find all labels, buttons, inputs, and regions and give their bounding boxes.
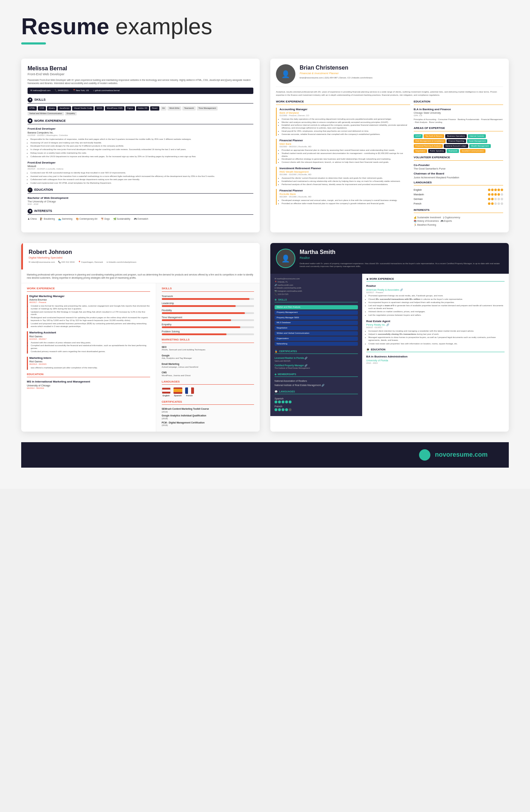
r2-volunteer-label: VOLUNTEER EXPERIENCE xyxy=(414,156,503,160)
r4-left: ✉ martha@novoresume.com 📍 Orlando, FL 🔗 … xyxy=(270,274,362,416)
resume-card-robert: Robert Johnson Digital Marketing Special… xyxy=(21,243,260,432)
r3-skill-flexibility: Flexibility xyxy=(162,309,254,314)
r1-w1-company: Banana Computers Inc. xyxy=(28,131,253,134)
r4-member-1: National Association of Realtors xyxy=(275,380,358,383)
interest-art: 🎨 Contemporary Art xyxy=(76,218,98,220)
r3-skill-problem: Problem Solving xyxy=(162,330,254,335)
r3-flag-english xyxy=(162,387,171,394)
r4-right: ◈ WORK EXPERIENCE Realtor American Realt… xyxy=(362,274,509,416)
skill-git: Git xyxy=(160,106,167,111)
skill-js: jQuery xyxy=(47,106,57,111)
r1-work-2: Front-End Developer Minisott 06/2015 - 0… xyxy=(28,161,253,185)
r3-work-1: Digital Marketing Manager Astoria Boumax… xyxy=(27,295,150,328)
r2-two-col: WORK EXPERIENCE Accounting Manager Bank … xyxy=(276,100,503,227)
r1-w2-company: Minisott xyxy=(28,165,253,168)
skill-sass: SASS xyxy=(95,106,104,111)
r4-cert-2: Certified Property Manager 🔗 The Institu… xyxy=(275,364,358,370)
r1-edu-school: The University of Chicago xyxy=(28,200,253,203)
r3-lang-english-label: English xyxy=(162,395,171,397)
r2-edu-1: B.A in Banking and Finance Chicago State… xyxy=(414,108,503,124)
r3-skills-label: SKILLS xyxy=(162,287,254,291)
skill-javascript: JavaScript xyxy=(58,106,71,111)
r1-skills-title: ✦ SKILLS xyxy=(28,97,253,103)
r4-skill-4: MLS Database xyxy=(275,321,358,325)
footer-logo: N novoresume.com xyxy=(419,449,488,461)
skill-empathy: Empathy xyxy=(65,112,77,116)
r2-lang-mandarin: Mandarin xyxy=(414,193,503,196)
r1-phone: 📞 044602021 xyxy=(55,89,69,92)
r2-title: Financial & Investment Planner xyxy=(300,72,503,75)
r4-skill-2: Property Management xyxy=(275,310,358,315)
r1-edu-date: 5/16 - 2018 xyxy=(28,203,253,206)
r4-skills-label: ⊕ SKILLS xyxy=(275,298,358,302)
r1-edu-1: Bachelor of Web Development The Universi… xyxy=(28,196,253,206)
resumes-grid: Melissa Bernal Front-End Web Developer P… xyxy=(21,59,509,431)
interest-swimming: 🏊 Swimming xyxy=(58,218,72,220)
r3-mkt-seo: SEO Ahrefs, Semrush and Link-building Te… xyxy=(162,346,254,351)
r1-skills-icon: ✦ xyxy=(28,97,33,102)
interest-bouldering: 🧗 Bouldering xyxy=(40,218,55,220)
r1-header: Melissa Bernal Front-End Web Developer P… xyxy=(28,65,253,94)
r2-photo: 👤 xyxy=(276,64,295,84)
footer-logo-text: novoresume.com xyxy=(435,451,488,458)
r1-w1-bullets: Responsible for the implementation of re… xyxy=(30,138,253,158)
r2-work-3: Investment Retirement Planner RMD Wealth… xyxy=(276,167,410,186)
resume-card-brian: 👤 Brian Christensen Financial & Investme… xyxy=(270,59,509,232)
skill-workethic: Work Ethic xyxy=(167,106,181,111)
r4-cert-label: 🏅 CERTIFICATES xyxy=(275,350,358,354)
r3-work-label: WORK EXPERIENCE xyxy=(27,287,150,291)
bullet: In charge of onboarding the new junior f… xyxy=(30,148,253,151)
r4-member-icon: ◈ xyxy=(275,373,276,376)
r4-header: 👤 Martha Smith Realtor Dedicated realtor… xyxy=(270,243,509,274)
r3-email: ✉ robert@novoresume.com xyxy=(29,261,55,264)
r3-name: Robert Johnson xyxy=(29,249,254,256)
skill-wp: WordPress CMS xyxy=(105,106,124,111)
r4-cert-icon: 🏅 xyxy=(275,350,278,353)
r2-header-info: Brian Christensen Financial & Investment… xyxy=(300,64,503,84)
bullet: Assessing UX and UI designs and making s… xyxy=(30,142,253,144)
r4-work-icon: ◈ xyxy=(366,277,368,280)
r3-phone: 📞 044 412 2019 xyxy=(58,261,74,264)
r2-work-label: WORK EXPERIENCE xyxy=(276,100,410,105)
interest-overwatch: 🎮 Overwatch xyxy=(134,218,148,220)
r1-location: 📍 New York, US xyxy=(73,89,89,92)
r4-title: Realtor xyxy=(300,256,503,260)
r3-flag-french xyxy=(185,387,194,394)
r1-name: Melissa Bernal xyxy=(28,65,253,72)
r4-lang-spanish: Spanish xyxy=(275,397,358,403)
r2-contact: brian@novoresume.com | (321) 654 987 | D… xyxy=(300,77,503,79)
r4-member-label: ◈ MEMBERSHIPS xyxy=(275,373,358,377)
r1-work-1: Front-End Developer Banana Computers Inc… xyxy=(28,127,253,158)
skill-html: HTML xyxy=(28,106,37,111)
r2-lang-english: English xyxy=(414,188,503,191)
r3-skill-leadership: Leadership xyxy=(162,302,254,307)
r4-edu-label: 🎓 EDUCATION xyxy=(366,348,505,352)
skill-vsc: Visual Studio Code xyxy=(72,106,94,111)
bullet: Assisted and was a key part in the trans… xyxy=(30,175,253,178)
r4-lang-icon: 💬 xyxy=(275,390,278,393)
r2-work-1: Accounting Manager Bank of Maryland 01/2… xyxy=(276,108,410,136)
r4-lang-label: 💬 LANGUAGES xyxy=(275,390,358,394)
skill-verbal: Verbal and Written Communication xyxy=(28,112,64,116)
r1-skills-tags: HTML CSS jQuery JavaScript Visual Studio… xyxy=(28,106,253,116)
r1-w1-title: Front-End Developer xyxy=(28,127,253,131)
r4-skill-7: Organization xyxy=(275,337,358,341)
r1-github: ⌂ github.com/melissa.bernal xyxy=(93,89,120,92)
r1-w1-date: 01/2018 - 10/2021 | Washington, Colombia xyxy=(28,134,253,137)
r4-skills-icon: ⊕ xyxy=(275,298,277,301)
footer-logo-icon: N xyxy=(419,449,430,461)
r2-vol-1: Co-Founder The Good Samaritan's Purse xyxy=(414,164,503,170)
r2-lang-german: German xyxy=(414,197,503,201)
r1-contact-bar: ✉ melissa@mail.com 📞 044602021 📍 New Yor… xyxy=(28,88,253,94)
r3-flag-en-wrap: English xyxy=(162,387,171,397)
interest-sustainability: 🌿 Sustainability xyxy=(113,218,130,220)
r2-expertise-tags: GAAP Tax Audit & Returns Business Operat… xyxy=(414,134,503,153)
r1-edu-icon: 🎓 xyxy=(28,188,33,192)
r3-skill-empathy: Empathy xyxy=(162,323,254,328)
bullet: Conducted over 60 A/B successful testing… xyxy=(30,172,253,174)
skill-css: CSS xyxy=(38,106,46,111)
r3-body: WORK EXPERIENCE Digital Marketing Manage… xyxy=(21,283,260,432)
r2-expertise-label: AREAS OF EXPERTISE xyxy=(414,126,503,131)
skill-react: React xyxy=(150,106,159,111)
bullet: Coded and implemented over 40 HTML email… xyxy=(30,182,253,185)
